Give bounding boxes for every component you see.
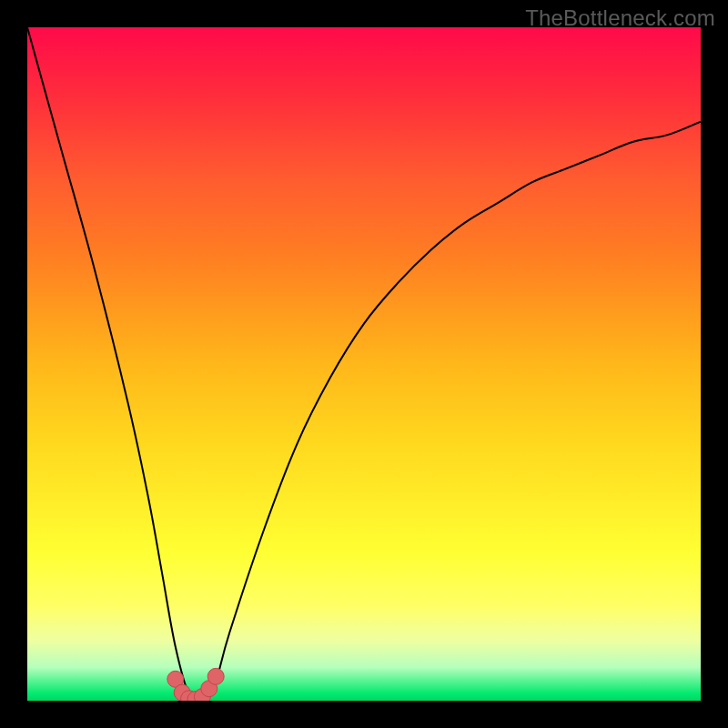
marker-point xyxy=(207,668,224,684)
bottleneck-curve xyxy=(27,27,701,701)
watermark-text: TheBottleneck.com xyxy=(525,5,715,31)
chart-svg xyxy=(27,27,701,701)
low-region-markers xyxy=(167,668,224,701)
plot-area xyxy=(27,27,701,701)
chart-frame: TheBottleneck.com xyxy=(0,0,728,728)
